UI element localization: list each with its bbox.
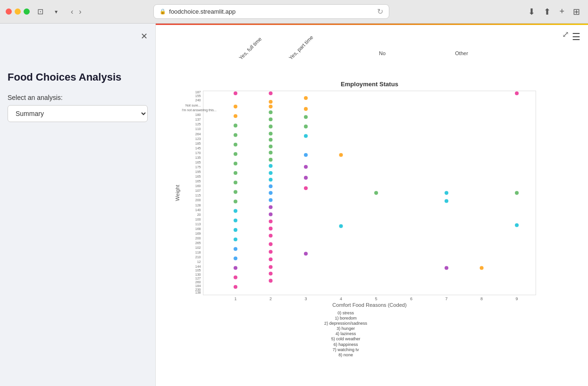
scatter-dot bbox=[269, 205, 273, 209]
maximize-button[interactable] bbox=[24, 8, 30, 15]
scatter-dot bbox=[445, 191, 448, 195]
y-tick: 107 bbox=[195, 189, 201, 192]
scatter-dot bbox=[269, 265, 273, 269]
scatter-dot bbox=[515, 191, 519, 195]
scatter-dot bbox=[234, 219, 237, 222]
legend-3: 3) hunger bbox=[336, 326, 355, 331]
app-layout: ✕ Food Choices Analysis Select an analys… bbox=[0, 24, 588, 386]
y-tick: 165 bbox=[195, 175, 201, 178]
y-tick: 20 bbox=[197, 213, 201, 216]
forward-button[interactable]: › bbox=[77, 6, 83, 18]
x-axis-label: Comfort Food Reasons (Coded) bbox=[332, 302, 406, 308]
scatter-dot bbox=[269, 250, 273, 254]
scatter-dot bbox=[234, 143, 237, 147]
y-tick: 184 bbox=[195, 284, 201, 287]
close-button[interactable] bbox=[6, 8, 12, 15]
y-tick: 127 bbox=[195, 277, 201, 280]
url-bar[interactable]: 🔒 foodchoice.streamlit.app ↻ bbox=[153, 4, 389, 19]
y-tick: 195 bbox=[195, 170, 201, 173]
y-tick: 200 bbox=[195, 198, 201, 202]
chevron-down-icon[interactable]: ▾ bbox=[51, 7, 61, 17]
browser-nav: ‹ › bbox=[69, 6, 84, 18]
browser-chrome: ⊡ ▾ ‹ › 🔒 foodchoice.streamlit.app ↻ ⬇ ⬆… bbox=[0, 0, 588, 24]
scatter-dot bbox=[269, 145, 273, 148]
scatter-dot bbox=[234, 152, 237, 156]
y-tick: 135 bbox=[195, 156, 201, 159]
scatter-dot bbox=[234, 181, 237, 184]
url-text: foodchoice.streamlit.app bbox=[169, 8, 235, 15]
y-tick: 105 bbox=[195, 269, 201, 272]
scatter-dot bbox=[234, 266, 237, 270]
y-tick: 265 bbox=[195, 241, 201, 245]
y-tick: 12 bbox=[197, 260, 201, 263]
scatter-dot bbox=[234, 209, 237, 213]
share-icon[interactable]: ⬆ bbox=[541, 6, 553, 18]
y-tick: 137 bbox=[195, 118, 201, 121]
download-icon[interactable]: ⬇ bbox=[526, 6, 538, 18]
scatter-dot bbox=[234, 228, 237, 232]
scatter-dot bbox=[269, 105, 273, 108]
scatter-dot bbox=[269, 272, 273, 276]
scatter-dot bbox=[269, 227, 273, 230]
analysis-select[interactable]: Summary Weight Analysis Comfort Food Ana… bbox=[8, 105, 148, 122]
scatter-dot bbox=[234, 133, 237, 137]
scatter-dot bbox=[234, 190, 237, 194]
scatter-dot bbox=[269, 164, 273, 168]
app-title: Food Choices Analysis bbox=[8, 71, 148, 84]
scatter-dot bbox=[234, 171, 237, 175]
y-tick: 260 bbox=[195, 280, 201, 284]
y-tick: 160 bbox=[195, 184, 201, 188]
grid-icon[interactable]: ⊞ bbox=[571, 6, 582, 18]
legend-2: 2) depression/sadness bbox=[324, 321, 368, 326]
legend-0: 0) stress bbox=[337, 311, 354, 315]
x-tick-4: 4 bbox=[340, 296, 342, 301]
scatter-dot bbox=[234, 247, 237, 251]
scatter-dot bbox=[515, 91, 519, 95]
scatter-dot bbox=[269, 91, 273, 95]
scatter-dot bbox=[339, 224, 343, 228]
scatter-dot bbox=[269, 124, 273, 128]
scatter-dot bbox=[269, 100, 273, 104]
scatter-dot bbox=[269, 158, 273, 162]
x-tick-2: 2 bbox=[269, 296, 272, 301]
legend-7: 7) watching tv bbox=[333, 347, 359, 352]
sidebar-toggle-button[interactable]: ⊡ bbox=[34, 5, 47, 18]
y-tick: 130 bbox=[195, 273, 201, 276]
scatter-dot bbox=[234, 285, 237, 289]
y-tick: 145 bbox=[195, 147, 201, 150]
scatter-dot bbox=[304, 134, 308, 138]
back-button[interactable]: ‹ bbox=[69, 6, 75, 18]
employment-label-1: Yes, full time bbox=[238, 36, 263, 61]
x-tick-7: 7 bbox=[445, 296, 448, 301]
sidebar-close-button[interactable]: ✕ bbox=[141, 31, 148, 41]
scatter-dot bbox=[304, 252, 308, 255]
y-tick: 115 bbox=[195, 194, 201, 197]
scatter-dot bbox=[515, 223, 519, 227]
main-content: ☰ ⤢ Yes, full time Yes, part time No Oth… bbox=[156, 24, 588, 386]
y-tick: 144 bbox=[195, 265, 201, 268]
expand-icon[interactable]: ⤢ bbox=[562, 29, 569, 40]
scatter-dot bbox=[269, 257, 273, 261]
new-tab-icon[interactable]: + bbox=[557, 6, 567, 17]
y-tick: 123 bbox=[195, 137, 201, 140]
y-tick: 102 bbox=[195, 246, 201, 249]
employment-label-2: Yes, part time bbox=[288, 34, 314, 61]
y-tick: 170 bbox=[195, 151, 201, 155]
reload-icon[interactable]: ↻ bbox=[377, 7, 383, 16]
hamburger-menu[interactable]: ☰ bbox=[572, 31, 580, 42]
y-tick: 210 bbox=[195, 255, 201, 259]
scatter-dot bbox=[445, 266, 448, 270]
scatter-dot bbox=[269, 151, 273, 155]
scatter-dot bbox=[234, 114, 237, 118]
y-tick: 240 bbox=[195, 99, 201, 102]
scatter-dot bbox=[269, 178, 273, 181]
y-tick: 175 bbox=[195, 165, 201, 169]
y-tick: 155 bbox=[195, 94, 201, 98]
scatter-dot bbox=[445, 199, 448, 203]
minimize-button[interactable] bbox=[15, 8, 21, 15]
y-tick: 140 bbox=[195, 208, 201, 212]
y-tick: I'm not answering this... bbox=[182, 108, 217, 112]
x-tick-5: 5 bbox=[375, 296, 378, 301]
y-tick: 118 bbox=[195, 251, 201, 254]
scatter-dot bbox=[234, 91, 237, 95]
